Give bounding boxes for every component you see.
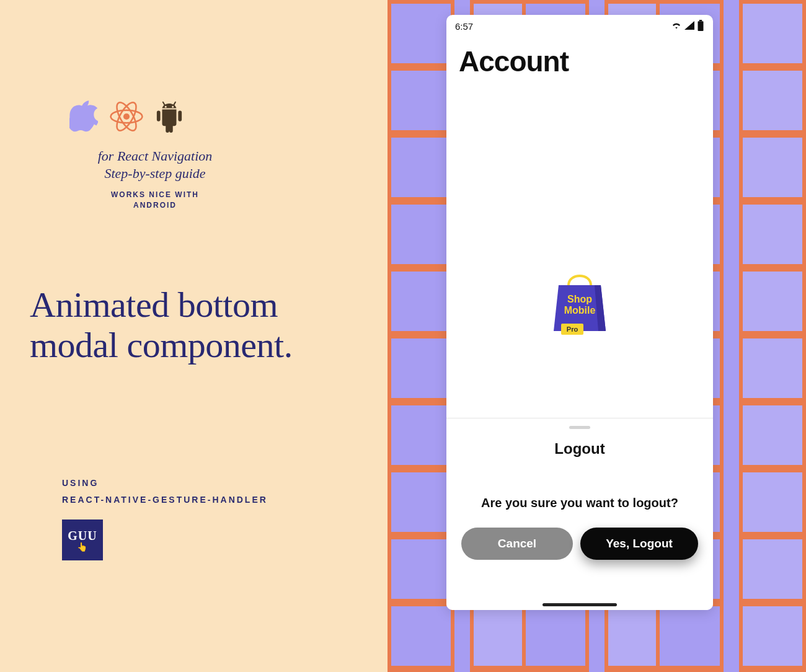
android-icon bbox=[155, 100, 184, 133]
brand-badge: GUU 👆 bbox=[62, 519, 103, 560]
confirm-button[interactable]: Yes, Logout bbox=[580, 528, 698, 560]
status-bar: 6:57 bbox=[446, 15, 713, 37]
battery-icon bbox=[697, 20, 704, 33]
svg-rect-5 bbox=[699, 20, 702, 21]
promo-panel: for React Navigation Step-by-step guide … bbox=[0, 0, 403, 672]
signal-icon bbox=[684, 21, 694, 32]
sheet-buttons: Cancel Yes, Logout bbox=[461, 528, 698, 560]
react-icon bbox=[109, 99, 144, 134]
svg-point-0 bbox=[123, 113, 130, 120]
headline-l2: modal component. bbox=[30, 325, 293, 365]
brand-label: GUU bbox=[68, 529, 97, 543]
apple-icon bbox=[69, 100, 98, 133]
device-showcase-panel: 6:57 Account bbox=[403, 0, 806, 672]
page-title: Account bbox=[446, 37, 713, 78]
bag-badge-text: Pro bbox=[567, 325, 578, 333]
app-logo: Pro Shop Mobile bbox=[550, 269, 609, 340]
using-caption: USING REACT-NATIVE-GESTURE-HANDLER bbox=[62, 475, 268, 508]
home-indicator[interactable] bbox=[542, 603, 617, 606]
headline-l1: Animated bottom bbox=[30, 285, 278, 325]
platform-icons-row bbox=[69, 99, 184, 134]
brand-emoji: 👆 bbox=[77, 543, 88, 552]
works-nice-caption: WORKS NICE WITH ANDROID bbox=[62, 190, 248, 211]
headline: Animated bottom modal component. bbox=[30, 285, 293, 366]
tagline-line2: Step-by-step guide bbox=[104, 166, 205, 181]
phone-frame: 6:57 Account bbox=[446, 15, 713, 610]
sheet-title: Logout bbox=[554, 440, 604, 458]
sheet-message: Are you sure you want to logout? bbox=[481, 496, 678, 510]
bag-line2-text: Mobile bbox=[564, 305, 596, 316]
status-time: 6:57 bbox=[455, 21, 473, 32]
wifi-icon bbox=[671, 21, 682, 32]
cancel-button[interactable]: Cancel bbox=[461, 528, 573, 560]
works-nice-l2: ANDROID bbox=[133, 201, 177, 210]
tagline-line1: for React Navigation bbox=[98, 148, 213, 164]
bottom-sheet: Logout Are you sure you want to logout? … bbox=[446, 418, 713, 610]
using-l2: REACT-NATIVE-GESTURE-HANDLER bbox=[62, 495, 268, 505]
works-nice-l1: WORKS NICE WITH bbox=[111, 190, 199, 199]
using-l1: USING bbox=[62, 478, 99, 488]
status-icons bbox=[671, 20, 704, 33]
tagline-text: for React Navigation Step-by-step guide bbox=[62, 148, 248, 182]
drag-handle[interactable] bbox=[569, 426, 590, 429]
svg-rect-4 bbox=[698, 21, 704, 31]
bag-line1-text: Shop bbox=[567, 294, 592, 304]
